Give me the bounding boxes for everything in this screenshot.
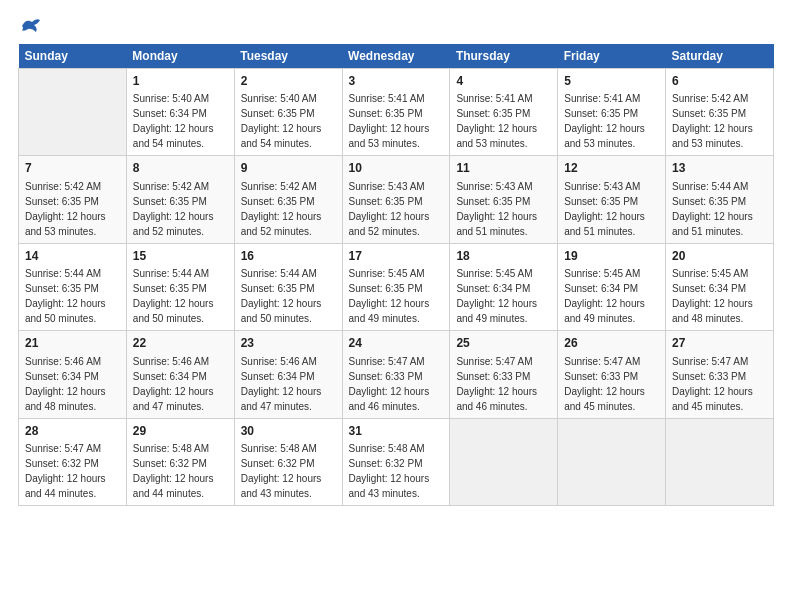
day-cell: 1Sunrise: 5:40 AMSunset: 6:34 PMDaylight… <box>126 69 234 156</box>
day-cell: 18Sunrise: 5:45 AMSunset: 6:34 PMDayligh… <box>450 243 558 330</box>
day-number: 7 <box>25 160 120 177</box>
day-number: 28 <box>25 423 120 440</box>
day-info: Sunrise: 5:42 AMSunset: 6:35 PMDaylight:… <box>241 179 336 239</box>
week-row-5: 28Sunrise: 5:47 AMSunset: 6:32 PMDayligh… <box>19 418 774 505</box>
day-info: Sunrise: 5:47 AMSunset: 6:33 PMDaylight:… <box>349 354 444 414</box>
day-cell: 21Sunrise: 5:46 AMSunset: 6:34 PMDayligh… <box>19 331 127 418</box>
day-cell: 10Sunrise: 5:43 AMSunset: 6:35 PMDayligh… <box>342 156 450 243</box>
day-number: 14 <box>25 248 120 265</box>
day-number: 3 <box>349 73 444 90</box>
day-cell: 16Sunrise: 5:44 AMSunset: 6:35 PMDayligh… <box>234 243 342 330</box>
day-cell: 25Sunrise: 5:47 AMSunset: 6:33 PMDayligh… <box>450 331 558 418</box>
week-row-4: 21Sunrise: 5:46 AMSunset: 6:34 PMDayligh… <box>19 331 774 418</box>
day-cell: 6Sunrise: 5:42 AMSunset: 6:35 PMDaylight… <box>666 69 774 156</box>
calendar-table: SundayMondayTuesdayWednesdayThursdayFrid… <box>18 44 774 506</box>
day-number: 21 <box>25 335 120 352</box>
day-cell: 4Sunrise: 5:41 AMSunset: 6:35 PMDaylight… <box>450 69 558 156</box>
day-number: 17 <box>349 248 444 265</box>
day-cell: 22Sunrise: 5:46 AMSunset: 6:34 PMDayligh… <box>126 331 234 418</box>
day-number: 1 <box>133 73 228 90</box>
header-cell-tuesday: Tuesday <box>234 44 342 69</box>
day-info: Sunrise: 5:45 AMSunset: 6:34 PMDaylight:… <box>564 266 659 326</box>
day-info: Sunrise: 5:46 AMSunset: 6:34 PMDaylight:… <box>133 354 228 414</box>
day-cell <box>666 418 774 505</box>
day-number: 26 <box>564 335 659 352</box>
day-info: Sunrise: 5:47 AMSunset: 6:32 PMDaylight:… <box>25 441 120 501</box>
header-cell-thursday: Thursday <box>450 44 558 69</box>
week-row-2: 7Sunrise: 5:42 AMSunset: 6:35 PMDaylight… <box>19 156 774 243</box>
day-info: Sunrise: 5:40 AMSunset: 6:35 PMDaylight:… <box>241 91 336 151</box>
day-info: Sunrise: 5:40 AMSunset: 6:34 PMDaylight:… <box>133 91 228 151</box>
day-cell: 31Sunrise: 5:48 AMSunset: 6:32 PMDayligh… <box>342 418 450 505</box>
header-row: SundayMondayTuesdayWednesdayThursdayFrid… <box>19 44 774 69</box>
day-number: 20 <box>672 248 767 265</box>
day-info: Sunrise: 5:45 AMSunset: 6:34 PMDaylight:… <box>456 266 551 326</box>
day-number: 30 <box>241 423 336 440</box>
day-cell: 28Sunrise: 5:47 AMSunset: 6:32 PMDayligh… <box>19 418 127 505</box>
day-info: Sunrise: 5:44 AMSunset: 6:35 PMDaylight:… <box>241 266 336 326</box>
day-info: Sunrise: 5:48 AMSunset: 6:32 PMDaylight:… <box>349 441 444 501</box>
day-info: Sunrise: 5:42 AMSunset: 6:35 PMDaylight:… <box>672 91 767 151</box>
day-info: Sunrise: 5:45 AMSunset: 6:35 PMDaylight:… <box>349 266 444 326</box>
day-cell <box>19 69 127 156</box>
day-info: Sunrise: 5:43 AMSunset: 6:35 PMDaylight:… <box>349 179 444 239</box>
day-info: Sunrise: 5:44 AMSunset: 6:35 PMDaylight:… <box>672 179 767 239</box>
day-cell: 9Sunrise: 5:42 AMSunset: 6:35 PMDaylight… <box>234 156 342 243</box>
header-cell-sunday: Sunday <box>19 44 127 69</box>
day-number: 24 <box>349 335 444 352</box>
day-number: 10 <box>349 160 444 177</box>
day-cell: 7Sunrise: 5:42 AMSunset: 6:35 PMDaylight… <box>19 156 127 243</box>
day-info: Sunrise: 5:47 AMSunset: 6:33 PMDaylight:… <box>456 354 551 414</box>
day-cell: 2Sunrise: 5:40 AMSunset: 6:35 PMDaylight… <box>234 69 342 156</box>
day-number: 8 <box>133 160 228 177</box>
day-info: Sunrise: 5:46 AMSunset: 6:34 PMDaylight:… <box>25 354 120 414</box>
day-info: Sunrise: 5:46 AMSunset: 6:34 PMDaylight:… <box>241 354 336 414</box>
day-info: Sunrise: 5:43 AMSunset: 6:35 PMDaylight:… <box>456 179 551 239</box>
logo-bird-icon <box>20 16 42 34</box>
day-cell <box>558 418 666 505</box>
day-info: Sunrise: 5:47 AMSunset: 6:33 PMDaylight:… <box>564 354 659 414</box>
header-cell-monday: Monday <box>126 44 234 69</box>
day-cell: 26Sunrise: 5:47 AMSunset: 6:33 PMDayligh… <box>558 331 666 418</box>
header-cell-friday: Friday <box>558 44 666 69</box>
day-info: Sunrise: 5:41 AMSunset: 6:35 PMDaylight:… <box>564 91 659 151</box>
day-number: 18 <box>456 248 551 265</box>
day-info: Sunrise: 5:43 AMSunset: 6:35 PMDaylight:… <box>564 179 659 239</box>
day-info: Sunrise: 5:41 AMSunset: 6:35 PMDaylight:… <box>456 91 551 151</box>
day-cell: 20Sunrise: 5:45 AMSunset: 6:34 PMDayligh… <box>666 243 774 330</box>
day-number: 11 <box>456 160 551 177</box>
day-number: 15 <box>133 248 228 265</box>
day-number: 12 <box>564 160 659 177</box>
day-cell: 3Sunrise: 5:41 AMSunset: 6:35 PMDaylight… <box>342 69 450 156</box>
day-info: Sunrise: 5:42 AMSunset: 6:35 PMDaylight:… <box>25 179 120 239</box>
day-number: 31 <box>349 423 444 440</box>
day-number: 13 <box>672 160 767 177</box>
day-info: Sunrise: 5:41 AMSunset: 6:35 PMDaylight:… <box>349 91 444 151</box>
day-cell: 15Sunrise: 5:44 AMSunset: 6:35 PMDayligh… <box>126 243 234 330</box>
day-number: 22 <box>133 335 228 352</box>
day-number: 19 <box>564 248 659 265</box>
day-cell: 8Sunrise: 5:42 AMSunset: 6:35 PMDaylight… <box>126 156 234 243</box>
logo <box>18 18 42 34</box>
day-cell: 27Sunrise: 5:47 AMSunset: 6:33 PMDayligh… <box>666 331 774 418</box>
day-cell: 19Sunrise: 5:45 AMSunset: 6:34 PMDayligh… <box>558 243 666 330</box>
day-cell: 17Sunrise: 5:45 AMSunset: 6:35 PMDayligh… <box>342 243 450 330</box>
day-cell: 5Sunrise: 5:41 AMSunset: 6:35 PMDaylight… <box>558 69 666 156</box>
day-number: 6 <box>672 73 767 90</box>
day-number: 5 <box>564 73 659 90</box>
page: SundayMondayTuesdayWednesdayThursdayFrid… <box>0 0 792 612</box>
day-number: 2 <box>241 73 336 90</box>
day-info: Sunrise: 5:48 AMSunset: 6:32 PMDaylight:… <box>133 441 228 501</box>
day-number: 16 <box>241 248 336 265</box>
day-cell: 24Sunrise: 5:47 AMSunset: 6:33 PMDayligh… <box>342 331 450 418</box>
day-cell: 30Sunrise: 5:48 AMSunset: 6:32 PMDayligh… <box>234 418 342 505</box>
day-number: 29 <box>133 423 228 440</box>
header-cell-saturday: Saturday <box>666 44 774 69</box>
day-number: 23 <box>241 335 336 352</box>
day-info: Sunrise: 5:44 AMSunset: 6:35 PMDaylight:… <box>25 266 120 326</box>
day-cell: 11Sunrise: 5:43 AMSunset: 6:35 PMDayligh… <box>450 156 558 243</box>
day-cell: 13Sunrise: 5:44 AMSunset: 6:35 PMDayligh… <box>666 156 774 243</box>
header-cell-wednesday: Wednesday <box>342 44 450 69</box>
header <box>18 18 774 34</box>
day-cell: 29Sunrise: 5:48 AMSunset: 6:32 PMDayligh… <box>126 418 234 505</box>
